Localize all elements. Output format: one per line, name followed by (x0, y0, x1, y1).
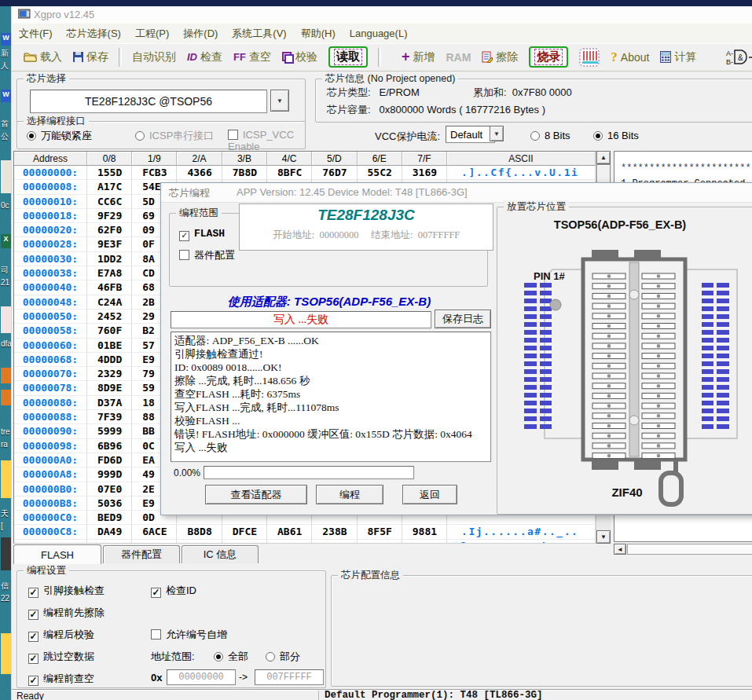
title-bar[interactable]: Xgpro v12.45 (12, 6, 752, 24)
range-to-input[interactable]: 007FFFFF (255, 669, 324, 685)
hex-word[interactable]: 2329 (87, 367, 132, 381)
view-adapter-button[interactable]: 查看适配器 (205, 485, 307, 504)
hex-word[interactable]: D37A (87, 396, 132, 410)
hex-word[interactable]: 4DDD (87, 353, 132, 367)
hex-word[interactable]: 1DD2 (87, 252, 132, 266)
erase-first-checkbox[interactable]: ✓编程前先擦除 (28, 606, 105, 620)
blank-check-checkbox[interactable]: ✓编程前查空 (28, 672, 94, 686)
hex-word[interactable]: DBE7 (222, 540, 267, 544)
dialog-log[interactable]: 适配器: ADP_F56_EX-B ......OK引脚接触检查通过!ID: 0… (171, 332, 491, 462)
hex-word[interactable]: 4366 (177, 166, 222, 180)
blank-check-button[interactable]: FF 查空 (233, 50, 271, 64)
bits8-radio[interactable]: 8 Bits (530, 130, 570, 141)
burn-button[interactable]: 烧录 (529, 46, 568, 68)
hex-word[interactable]: 7F39 (87, 410, 132, 424)
logic-gate-icon[interactable]: A-B- & Y (726, 48, 752, 67)
vcc-select[interactable]: Default (446, 126, 495, 143)
check-id-button[interactable]: ID 检查 (187, 50, 222, 64)
scroll-left-button[interactable]: ◄ (614, 544, 626, 555)
hex-word[interactable]: 760F (87, 324, 132, 338)
menu-item[interactable]: Language(L) (343, 24, 415, 39)
save-button[interactable]: 保存 (73, 50, 108, 64)
range-part-radio[interactable]: 部分 (266, 650, 300, 664)
hex-word[interactable]: 8BFC (267, 166, 312, 180)
hex-word[interactable]: F210 (177, 540, 222, 544)
hex-word[interactable]: 3169 (402, 166, 447, 180)
hex-word[interactable]: 46FB (87, 280, 132, 295)
tab-flash[interactable]: FLASH (13, 544, 101, 564)
hex-column-header[interactable]: 2/A (177, 152, 222, 166)
range-from-input[interactable]: 00000000 (167, 669, 236, 685)
verify-after-checkbox[interactable]: ✓编程后校验 (28, 628, 94, 642)
scroll-up-button[interactable]: ▲ (596, 151, 611, 164)
hex-word[interactable]: AB61 (267, 525, 312, 539)
hex-word[interactable]: E7A8 (87, 266, 132, 280)
scroll-down-button[interactable]: ▼ (596, 530, 611, 544)
dialog-title-bar[interactable]: 芯片编程 APP Version: 12.45 Device Model: T4… (161, 183, 752, 203)
hex-column-header[interactable]: 4/C (267, 152, 312, 166)
about-button[interactable]: ? About (611, 49, 649, 65)
hex-column-header[interactable]: 6/E (358, 152, 402, 166)
menu-item[interactable]: 芯片选择(S) (60, 24, 128, 41)
hex-word[interactable]: DA49 (87, 525, 132, 539)
hex-word[interactable]: 01BE (87, 339, 132, 353)
hex-word[interactable]: 110D (132, 540, 177, 544)
hex-word[interactable]: 155D (87, 166, 132, 180)
hex-word[interactable]: B4D2 (402, 540, 447, 544)
return-button[interactable]: 返回 (402, 485, 457, 504)
device-config-checkbox[interactable]: 器件配置 (179, 248, 235, 262)
hex-word[interactable]: 2452 (87, 310, 132, 324)
menu-item[interactable]: 文件(F) (12, 24, 60, 41)
log-horizontal-scrollbar[interactable]: ◄ (614, 544, 752, 555)
add-button[interactable]: + 新增 (402, 49, 435, 65)
hex-word[interactable]: 6B96 (87, 439, 132, 453)
range-all-radio[interactable]: 全部 (214, 650, 248, 664)
hex-column-header[interactable]: Address (14, 152, 87, 166)
hex-word[interactable]: 6C41 (87, 540, 132, 544)
serial-inc-checkbox[interactable]: 允许编号自增 (151, 628, 227, 642)
hex-word[interactable]: 62F0 (87, 223, 132, 237)
save-log-button[interactable]: 保存日志 (435, 310, 491, 328)
hex-word[interactable]: EE20 (358, 540, 402, 544)
hex-word[interactable]: 7B8D (222, 166, 267, 180)
pin-check-checkbox[interactable]: ✓引脚接触检查 (28, 584, 105, 598)
bits16-radio[interactable]: 16 Bits (593, 130, 639, 141)
hex-word[interactable]: 8D9E (87, 381, 132, 395)
hex-word[interactable]: 76D7 (312, 166, 357, 180)
scrollbar-track[interactable] (627, 544, 752, 555)
hex-word[interactable]: BED9 (87, 511, 132, 525)
hex-word[interactable]: 9F29 (87, 209, 132, 223)
verify-button[interactable]: 校验 (282, 50, 317, 64)
hex-column-header[interactable]: 7/F (402, 152, 447, 166)
hex-column-header[interactable]: 5/D (312, 152, 357, 166)
hex-word[interactable]: 55C2 (358, 166, 402, 180)
hex-word[interactable]: 07E0 (87, 482, 132, 497)
auto-detect-button[interactable]: 自动识别 (132, 50, 176, 64)
hex-word[interactable]: 5036 (87, 497, 132, 511)
chip-select-dropdown-button[interactable]: ▼ (270, 90, 289, 112)
hex-word[interactable]: 8F5F (358, 525, 402, 539)
program-button[interactable]: 编程 (316, 485, 383, 504)
calc-button[interactable]: 计算 (660, 50, 696, 64)
hex-column-header[interactable]: ASCII (447, 152, 596, 166)
hex-word[interactable]: 9881 (402, 525, 447, 539)
load-button[interactable]: 载入 (24, 50, 62, 64)
menu-item[interactable]: 系统工具(V) (225, 24, 293, 41)
pin-detect-button[interactable] (579, 48, 600, 67)
menu-item[interactable]: 帮助(H) (294, 24, 343, 41)
erase-button[interactable]: 擦除 (482, 50, 518, 64)
read-button[interactable]: 读取 (328, 46, 368, 68)
hex-word[interactable]: C24A (87, 295, 132, 310)
hex-word[interactable]: A17C (87, 180, 132, 194)
socket-radio[interactable]: 万能锁紧座 (27, 129, 92, 143)
hex-word[interactable]: 9E3F (87, 237, 132, 251)
menu-item[interactable]: 操作(D) (176, 24, 225, 41)
hex-column-header[interactable]: 1/9 (132, 152, 177, 166)
flash-checkbox[interactable]: ✓FLASH (179, 228, 225, 241)
hex-word[interactable]: DFCE (222, 525, 267, 539)
hex-column-header[interactable]: 0/8 (87, 152, 132, 166)
hex-column-header[interactable]: 3/B (222, 152, 267, 166)
skip-blank-checkbox[interactable]: ✓跳过空数据 (28, 650, 94, 664)
chip-select-combo[interactable]: TE28F128J3C @TSOP56 (30, 90, 267, 113)
hex-word[interactable]: 6ACE (132, 525, 177, 539)
